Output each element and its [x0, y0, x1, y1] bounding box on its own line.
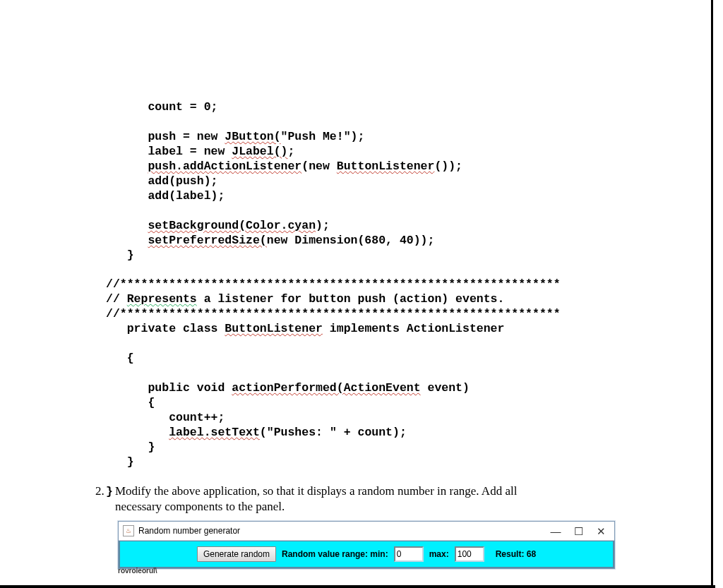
range-label: Random value range: min: [282, 549, 388, 559]
result-label: Result: 68 [496, 549, 536, 559]
max-label: max: [429, 549, 449, 559]
generate-button[interactable]: Generate random [197, 546, 276, 562]
titlebar-controls: — ☐ ✕ [549, 526, 610, 536]
java-icon: ♨ [123, 525, 134, 536]
task-text: 2.Modify the above application, so that … [95, 484, 618, 515]
window-title: Random number generator [138, 526, 240, 536]
minimize-button[interactable]: — [549, 526, 562, 536]
max-input[interactable] [455, 546, 484, 562]
titlebar: ♨ Random number generator — ☐ ✕ [119, 522, 614, 541]
app-window: ♨ Random number generator — ☐ ✕ Generate… [118, 521, 615, 569]
maximize-button[interactable]: ☐ [572, 526, 585, 536]
page-bottom-edge [0, 585, 715, 588]
close-button[interactable]: ✕ [594, 526, 607, 536]
page-right-edge [711, 0, 713, 588]
titlebar-left: ♨ Random number generator [123, 525, 240, 536]
min-input[interactable] [394, 546, 424, 562]
task-line1: Modify the above application, so that it… [115, 484, 517, 498]
code-listing: count = 0; push = new JButton("Push Me!"… [106, 100, 561, 500]
panel: Generate random Random value range: min:… [119, 541, 614, 568]
code-pre: count = 0; push = new JButton("Push Me!"… [106, 100, 561, 500]
task-line2: necessary components to the panel. [115, 500, 285, 513]
task-number: 2. [95, 484, 115, 499]
cut-off-text: rovroieorul\ [118, 567, 157, 575]
